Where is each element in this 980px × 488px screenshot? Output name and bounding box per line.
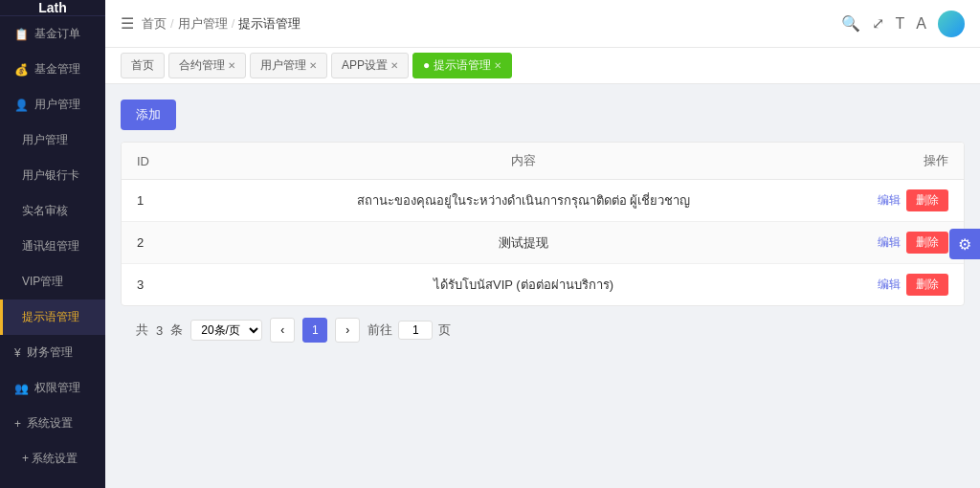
header: ☰ 首页 / 用户管理 / 提示语管理 🔍 ⤢ T A <box>105 0 980 48</box>
fund-manage-icon: 💰 <box>14 63 29 77</box>
cell-action: 编辑 删除 <box>849 222 964 264</box>
table-row: 1 สถานะของคุณอยู่ในระหว่างดำเนินการกรุณา… <box>122 180 964 222</box>
settings-icon: ⚙ <box>958 235 971 254</box>
col-action: 操作 <box>849 143 964 180</box>
cell-id: 1 <box>122 180 198 222</box>
data-table-wrap: ID 内容 操作 1 สถานะของคุณอยู่ในระหว่างดำเนิ… <box>121 142 965 306</box>
sidebar-item-bank-card[interactable]: 用户银行卡 <box>0 158 105 193</box>
float-settings-button[interactable]: ⚙ <box>949 229 980 259</box>
cell-action: 编辑 删除 <box>849 180 964 222</box>
cell-id: 3 <box>122 264 198 306</box>
sidebar-item-notice-manage[interactable]: 通讯组管理 <box>0 229 105 264</box>
tab-app-config[interactable]: APP设置 ✕ <box>331 53 409 78</box>
cell-action: 编辑 删除 <box>849 264 964 306</box>
sidebar-item-finance-manage[interactable]: ¥ 财务管理 <box>0 335 105 370</box>
add-button[interactable]: 添加 <box>121 100 176 130</box>
page-goto: 前往 页 <box>368 321 451 340</box>
tab-nav: 首页 合约管理 ✕ 用户管理 ✕ APP设置 ✕ ● 提示语管理 ✕ <box>105 48 980 84</box>
sidebar-item-real-name[interactable]: 实名审核 <box>0 193 105 229</box>
data-table: ID 内容 操作 1 สถานะของคุณอยู่ในระหว่างดำเนิ… <box>122 143 964 305</box>
permission-icon: 👥 <box>14 382 29 395</box>
fullscreen-icon[interactable]: ⤢ <box>872 14 884 33</box>
next-page-btn[interactable]: › <box>335 318 360 343</box>
edit-btn-2[interactable]: 编辑 <box>878 234 901 251</box>
page-input[interactable] <box>398 321 433 340</box>
sidebar-item-user-manage[interactable]: 👤 用户管理 <box>0 87 105 122</box>
cell-content: 测试提现 <box>198 222 849 264</box>
breadcrumb: 首页 / 用户管理 / 提示语管理 <box>142 15 301 33</box>
text-icon[interactable]: T <box>896 15 905 33</box>
edit-btn-1[interactable]: 编辑 <box>878 192 901 209</box>
sidebar: Lath 📋 基金订单 💰 基金管理 👤 用户管理 用户管理 用户银行卡 实名审… <box>0 0 105 488</box>
cell-id: 2 <box>122 222 198 264</box>
col-content: 内容 <box>198 143 849 180</box>
total-suffix: 条 <box>170 322 183 339</box>
sidebar-item-user-sub[interactable]: 用户管理 <box>0 122 105 158</box>
inner-content: 添加 ID 内容 操作 1 สถานะของคุณอยู่ในระหว่างดำ… <box>105 84 980 369</box>
page-size-select[interactable]: 10条/页20条/页50条/页 <box>190 320 262 341</box>
tab-app-config-close[interactable]: ✕ <box>390 60 398 71</box>
sidebar-item-fund-manage[interactable]: 💰 基金管理 <box>0 52 105 87</box>
user-manage-icon: 👤 <box>14 99 29 112</box>
total-count: 3 <box>156 323 163 338</box>
pagination: 共 3 条 10条/页20条/页50条/页 ‹ 1 › 前往 页 <box>121 306 965 354</box>
tab-home[interactable]: 首页 <box>121 53 165 78</box>
total-prefix: 共 <box>136 322 148 339</box>
tab-user[interactable]: 用户管理 ✕ <box>250 53 327 78</box>
tab-display[interactable]: ● 提示语管理 ✕ <box>412 53 512 78</box>
search-icon[interactable]: 🔍 <box>841 14 860 33</box>
sidebar-item-fund-order[interactable]: 📋 基金订单 <box>0 16 105 52</box>
sidebar-logo: Lath <box>0 0 105 16</box>
table-row: 3 ได้รับโบนัสVIP (ต่อต่อผ่านบริการ) 编辑 删… <box>122 264 964 306</box>
cell-content: สถานะของคุณอยู่ในระหว่างดำเนินการกรุณาติ… <box>198 180 849 222</box>
page-label: 页 <box>438 322 451 339</box>
tab-display-close[interactable]: ✕ <box>494 60 501 71</box>
tab-contract-close[interactable]: ✕ <box>228 60 235 71</box>
header-left: ☰ 首页 / 用户管理 / 提示语管理 <box>121 14 301 33</box>
delete-btn-2[interactable]: 删除 <box>906 232 948 254</box>
cell-content: ได้รับโบนัสVIP (ต่อต่อผ่านบริการ) <box>198 264 849 306</box>
sidebar-item-system-settings[interactable]: + 系统设置 <box>0 406 105 441</box>
table-row: 2 测试提现 编辑 删除 <box>122 222 964 264</box>
edit-btn-3[interactable]: 编辑 <box>878 277 901 293</box>
avatar[interactable] <box>938 11 965 37</box>
col-id: ID <box>122 143 198 180</box>
sidebar-item-vip-manage[interactable]: VIP管理 <box>0 264 105 299</box>
fund-order-icon: 📋 <box>14 28 29 41</box>
sidebar-item-app-settings[interactable]: + 系统设置 <box>0 441 105 477</box>
font-icon[interactable]: A <box>916 15 926 33</box>
sidebar-item-display-manage[interactable]: 提示语管理 <box>0 299 105 335</box>
sidebar-item-category-manage[interactable]: APP设置 <box>0 477 105 488</box>
prev-page-btn[interactable]: ‹ <box>270 318 295 343</box>
content-area: 添加 ID 内容 操作 1 สถานะของคุณอยู่ในระหว่างดำ… <box>105 84 980 488</box>
finance-icon: ¥ <box>14 346 21 360</box>
tab-user-close[interactable]: ✕ <box>309 60 317 71</box>
page-1-btn[interactable]: 1 <box>302 318 327 343</box>
tab-contract[interactable]: 合约管理 ✕ <box>168 53 246 78</box>
menu-toggle-icon[interactable]: ☰ <box>121 14 134 33</box>
delete-btn-3[interactable]: 删除 <box>906 274 948 296</box>
header-right: 🔍 ⤢ T A <box>841 11 965 37</box>
main-area: ☰ 首页 / 用户管理 / 提示语管理 🔍 ⤢ T A 首页 合约管理 ✕ 用户 <box>105 0 980 488</box>
breadcrumb-home[interactable]: 首页 <box>142 15 167 33</box>
delete-btn-1[interactable]: 删除 <box>906 189 948 211</box>
breadcrumb-user-manage[interactable]: 用户管理 <box>178 15 228 33</box>
goto-label: 前往 <box>368 322 392 339</box>
sidebar-item-permission-manage[interactable]: 👥 权限管理 <box>0 370 105 406</box>
breadcrumb-sep-2: / <box>232 16 235 31</box>
plus-icon: + <box>14 417 21 431</box>
breadcrumb-current: 提示语管理 <box>238 15 301 33</box>
breadcrumb-sep-1: / <box>170 16 174 31</box>
